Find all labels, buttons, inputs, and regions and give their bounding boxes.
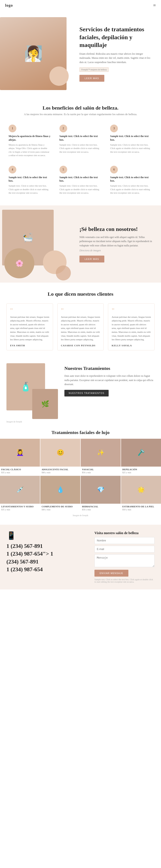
quote-mark: " (112, 307, 151, 314)
trat-name: COMPLEMENTO DE SUERO (42, 505, 79, 508)
phone-number[interactable]: 1 (234) 987-654"> 1 (6, 550, 88, 558)
nt-image-tag: Imagen de freepik (6, 421, 22, 423)
quote-mark: " (61, 307, 100, 314)
nuestros-trat-section: 🧴 🌿 Imagen de freepik Nuestros Tratamien… (0, 359, 161, 428)
cliente-quote: Aerean pulvinar dui ornare, feugue lorem… (112, 315, 151, 342)
trat-faciales-section: Tratamientos faciales de lujo 💆‍♀️ FACIA… (0, 428, 161, 525)
logo: logo (5, 3, 13, 8)
cliente-quote: Aerean pulvinar dui ornare, feugue lorem… (10, 315, 49, 342)
clientes-grid: " Aerean pulvinar dui ornare, feugue lor… (6, 303, 155, 350)
trat-name: HIDBAFACIAL (82, 505, 119, 508)
trat-price: $35 y más (1, 471, 38, 474)
se-bella-title: ¡Sé belleza con nosotros! (79, 225, 155, 233)
contacto-section: 📱 1 (234) 567-8911 (234) 987-654"> 1(234… (0, 525, 161, 589)
trat-item: 💧 COMPLEMENTO DE SUERO $40 y más (41, 476, 80, 513)
benefit-body: Mejora la apariencia de fitness finas y … (8, 143, 51, 157)
nt-image-2: 🌿 (32, 389, 58, 419)
se-bella-firma: Directora de imagen (79, 249, 155, 252)
trat-price: $50 y más (82, 508, 119, 511)
hero-circle-decor (49, 66, 69, 86)
trat-name: DEPILACIÓN (123, 468, 160, 471)
benefit-body: Sample text. Click to select the text bo… (110, 143, 153, 154)
trat-info: LEVANTAMIENTOS Y SUERO $35 y más (0, 504, 40, 513)
form-message-input[interactable] (95, 554, 155, 567)
trat-faciales-title: Tratamientos faciales de lujo (0, 430, 161, 435)
trat-info: HIDBAFACIAL $50 y más (81, 504, 120, 513)
se-bella-leer-mas-button[interactable]: LEER MÁS (79, 256, 104, 262)
cliente-quote: Aerean pulvinar dui ornare, feugue lorem… (61, 315, 100, 342)
trat-image: 🪒 (121, 439, 161, 467)
benefit-title: Sample text. Click to select the text bo… (110, 134, 153, 142)
trat-image: 💧 (41, 476, 80, 504)
beneficios-subtitle: A las mujeres les encanta mimarse. Es la… (6, 113, 155, 116)
benefits-grid: 1 Mejora la apariencia de fitness finas … (6, 122, 155, 197)
benefit-title: Sample text. Click to select the text bo… (8, 176, 51, 183)
benefit-number: 4 (8, 166, 16, 174)
benefit-item: 4 Sample text. Click to select the text … (6, 164, 53, 197)
se-bella-content: ¡Sé belleza con nosotros! Nibh venenatis… (77, 219, 161, 269)
se-bella-body: Nibh venenatis cras sed felis eget with … (79, 235, 155, 248)
trat-image: 😊 (41, 439, 80, 467)
contacto-left: 📱 1 (234) 567-8911 (234) 987-654"> 1(234… (6, 531, 88, 574)
clientes-title: Lo que dicen nuestros clientes (6, 291, 155, 297)
beneficios-section: Los beneficios del salón de belleza. A l… (0, 96, 161, 206)
form-name-input[interactable] (95, 537, 155, 544)
trat-price: $40 y más (42, 471, 79, 474)
benefit-item: 1 Mejora la apariencia de fitness finas … (6, 122, 53, 159)
se-bella-circle-2 (56, 266, 71, 280)
benefit-body: Sample text. Click to select the text bo… (8, 184, 51, 195)
nt-title: Nuestros Tratamientos (64, 365, 155, 372)
benefit-number: 6 (110, 166, 118, 174)
trat-price: $25 y más (123, 471, 160, 474)
nt-button[interactable]: NUESTROS TRATAMIENTOS (64, 390, 109, 397)
cliente-name: EVA SMITH (10, 344, 49, 347)
form-email-input[interactable] (95, 546, 155, 553)
benefit-body: Sample text. Click to select the text bo… (59, 143, 102, 154)
trat-name: VASACIAL (82, 468, 119, 471)
clientes-section: Lo que dicen nuestros clientes " Aerean … (0, 283, 161, 359)
hero-content: Servicios de tratamientos faciales, depi… (73, 26, 155, 82)
benefit-title: Mejora la apariencia de fitness finas y … (8, 134, 51, 142)
benefit-number: 2 (59, 125, 67, 132)
hero-body: Etiam eleifend. Ridiculus aeu mauris vit… (79, 52, 155, 64)
cliente-card: " Aerean pulvinar dui ornare, feugue lor… (57, 303, 104, 350)
benefit-item: 6 Sample text. Click to select the text … (108, 164, 155, 197)
phone-number[interactable]: 1 (234) 987-654 (6, 566, 88, 574)
cliente-card: " Aerean pulvinar dui ornare, feugue lor… (6, 303, 53, 350)
quote-mark: " (10, 307, 49, 314)
trat-image: 🌟 (121, 476, 161, 504)
trat-info: VASACIAL $50 y más (81, 467, 120, 475)
trat-image: ✨ (81, 439, 120, 467)
trat-price: $50 y más (123, 508, 160, 511)
benefit-item: 2 Sample text. Click to select the text … (57, 122, 104, 159)
cliente-name: KELLY SAVALA (112, 344, 151, 347)
trat-price: $40 y más (42, 508, 79, 511)
trat-name: FACIAL CLÁSICO (1, 468, 38, 471)
benefit-title: Sample text. Click to select the text bo… (59, 134, 102, 142)
trat-item: 💎 HIDBAFACIAL $50 y más (81, 476, 120, 513)
hero-leer-mas-button[interactable]: LEER MÁS (79, 75, 104, 82)
benefit-title: Sample text. Click to select the text bo… (110, 176, 153, 183)
phone-number[interactable]: (234) 567-891 (6, 558, 88, 566)
trat-info: ESTIRAMIENTO DE LA PIEL $50 y más (121, 504, 161, 513)
benefit-item: 5 Sample text. Click to select the text … (57, 164, 104, 197)
phone-number[interactable]: 1 (234) 567-891 (6, 542, 88, 550)
trat-grid: 💆‍♀️ FACIAL CLÁSICO $35 y más 😊 ADOLESCE… (0, 439, 161, 513)
trat-info: FACIAL CLÁSICO $35 y más (0, 467, 40, 475)
se-bella-images: 🛀 🌸 (0, 206, 77, 283)
trat-image-tag: Imagen de freepik (0, 513, 161, 518)
phones-container: 1 (234) 567-8911 (234) 987-654"> 1(234) … (6, 542, 88, 574)
trat-image: 💎 (81, 476, 120, 504)
hamburger-menu[interactable]: ≡ (153, 3, 156, 8)
benefit-item: 3 Sample text. Click to select the text … (108, 122, 155, 159)
hero-section: 🧖‍♀️ Servicios de tratamientos faciales,… (0, 11, 161, 96)
benefit-number: 5 (59, 166, 67, 174)
contacto-title: Visita nuestro salón de belleza (95, 531, 155, 535)
hero-image-col: 🧖‍♀️ (0, 17, 73, 90)
benefit-number: 3 (110, 125, 118, 132)
trat-item: 🌟 ESTIRAMIENTO DE LA PIEL $50 y más (121, 476, 161, 513)
contacto-small-text: Sample text. Click to select the text bo… (95, 578, 155, 583)
trat-image: 💆‍♀️ (0, 439, 40, 467)
form-submit-button[interactable]: ENVIAR MENSAJE (95, 570, 128, 577)
trat-price: $35 y más (1, 508, 38, 511)
